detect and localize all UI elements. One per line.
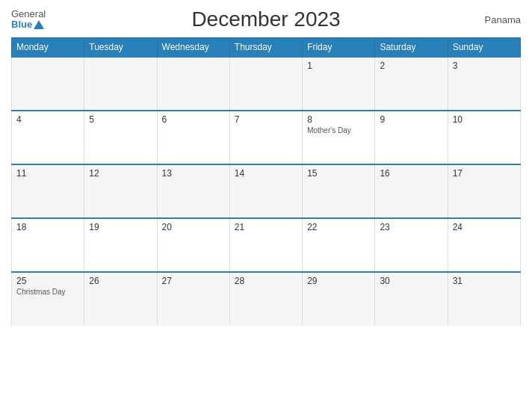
calendar-cell: 4 (12, 111, 84, 164)
calendar-header-row: MondayTuesdayWednesdayThursdayFridaySatu… (12, 38, 521, 58)
calendar-cell: 1 (303, 57, 375, 111)
calendar-cell: 8Mother's Day (303, 111, 375, 164)
day-number: 7 (235, 114, 297, 125)
day-number: 2 (380, 61, 442, 71)
day-number: 20 (162, 222, 225, 232)
weekday-header-friday: Friday (303, 38, 375, 58)
calendar-cell: 11 (12, 164, 84, 218)
day-number: 8 (307, 114, 370, 125)
day-number: 5 (89, 114, 152, 125)
calendar-cell: 31 (448, 272, 520, 326)
calendar-cell: 24 (448, 218, 520, 272)
calendar-table: MondayTuesdayWednesdayThursdayFridaySatu… (11, 37, 521, 326)
calendar-cell: 6 (157, 111, 229, 164)
weekday-header-sunday: Sunday (448, 38, 520, 58)
day-number: 30 (380, 276, 442, 286)
weekday-header-wednesday: Wednesday (157, 38, 229, 58)
day-number: 14 (235, 168, 297, 179)
country-label: Panama (485, 14, 521, 25)
day-number: 23 (380, 222, 442, 232)
calendar-cell: 3 (448, 57, 520, 111)
calendar-cell: 15 (303, 164, 375, 218)
logo-blue-text: Blue (11, 19, 46, 30)
week-row-4: 18192021222324 (12, 218, 521, 272)
day-number: 28 (235, 276, 297, 286)
calendar-cell: 25Christmas Day (12, 272, 84, 326)
day-number: 17 (453, 168, 516, 179)
day-number: 24 (453, 222, 516, 232)
day-number: 18 (16, 222, 79, 232)
day-number: 4 (16, 114, 79, 125)
day-number: 19 (89, 222, 152, 232)
logo-triangle-icon (34, 20, 44, 29)
month-title: December 2023 (191, 7, 340, 31)
holiday-label: Christmas Day (16, 288, 79, 296)
calendar-cell: 9 (375, 111, 448, 164)
calendar-header: General Blue December 2023 Panama (11, 7, 521, 31)
calendar-cell: 19 (84, 218, 157, 272)
weekday-row: MondayTuesdayWednesdayThursdayFridaySatu… (12, 38, 521, 58)
day-number: 9 (380, 114, 442, 125)
weekday-header-saturday: Saturday (375, 38, 448, 58)
calendar-cell: 17 (448, 164, 520, 218)
weekday-header-tuesday: Tuesday (84, 38, 157, 58)
day-number: 31 (453, 276, 516, 286)
day-number: 25 (16, 276, 79, 286)
weekday-header-monday: Monday (12, 38, 84, 58)
day-number: 22 (307, 222, 370, 232)
calendar-cell: 22 (303, 218, 375, 272)
logo-general-text: General (11, 9, 46, 19)
calendar-cell: 14 (229, 164, 302, 218)
day-number: 6 (162, 114, 225, 125)
day-number: 11 (16, 168, 79, 179)
holiday-label: Mother's Day (307, 126, 370, 135)
calendar-cell: 18 (12, 218, 84, 272)
calendar-container: General Blue December 2023 Panama Monday… (0, 0, 532, 411)
day-number: 29 (307, 276, 370, 286)
calendar-cell: 7 (229, 111, 302, 164)
calendar-cell: 13 (157, 164, 229, 218)
day-number: 12 (89, 168, 152, 179)
day-number: 3 (453, 61, 516, 71)
calendar-cell: 10 (448, 111, 520, 164)
week-row-3: 11121314151617 (12, 164, 521, 218)
calendar-cell: 27 (157, 272, 229, 326)
calendar-cell (229, 57, 302, 111)
calendar-cell: 20 (157, 218, 229, 272)
calendar-cell: 5 (84, 111, 157, 164)
day-number: 1 (307, 61, 370, 71)
weekday-header-thursday: Thursday (229, 38, 302, 58)
calendar-cell: 28 (229, 272, 302, 326)
week-row-5: 25Christmas Day262728293031 (12, 272, 521, 326)
calendar-body: 12345678Mother's Day91011121314151617181… (12, 57, 521, 326)
calendar-cell: 16 (375, 164, 448, 218)
calendar-cell: 21 (229, 218, 302, 272)
calendar-cell: 26 (84, 272, 157, 326)
day-number: 27 (162, 276, 225, 286)
calendar-cell: 12 (84, 164, 157, 218)
logo: General Blue (11, 9, 46, 31)
calendar-cell (157, 57, 229, 111)
calendar-cell (84, 57, 157, 111)
day-number: 15 (307, 168, 370, 179)
day-number: 10 (453, 114, 516, 125)
calendar-cell: 29 (303, 272, 375, 326)
week-row-2: 45678Mother's Day910 (12, 111, 521, 164)
day-number: 13 (162, 168, 225, 179)
day-number: 16 (380, 168, 442, 179)
calendar-cell (12, 57, 84, 111)
calendar-cell: 30 (375, 272, 448, 326)
week-row-1: 123 (12, 57, 521, 111)
day-number: 21 (235, 222, 297, 232)
calendar-cell: 2 (375, 57, 448, 111)
calendar-cell: 23 (375, 218, 448, 272)
day-number: 26 (89, 276, 152, 286)
